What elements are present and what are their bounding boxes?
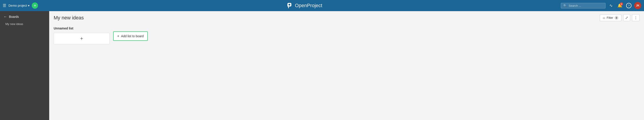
notifications-button[interactable]: 🔔 1: [616, 2, 624, 9]
add-button[interactable]: +: [32, 2, 38, 9]
add-list-label: Add list to board: [121, 34, 144, 38]
help-button[interactable]: ?: [625, 2, 632, 9]
board-content: Unnamed list + + Add list to board: [49, 23, 644, 120]
filter-label: Filter: [607, 16, 613, 19]
sidebar-item-label: My new ideas: [5, 22, 23, 26]
project-name-label: Demo project: [8, 4, 27, 7]
content-actions: ⚏ Filter 0 ⤢ ⋮: [600, 14, 640, 21]
add-list-wrapper: + Add list to board: [113, 26, 148, 41]
board-list-0: Unnamed list +: [54, 26, 110, 44]
top-header: ☰ Demo project ▾ + OpenProject 🔍 Search …: [0, 0, 644, 11]
search-box[interactable]: 🔍 Search ...: [561, 3, 606, 8]
more-options-button[interactable]: ⋮: [632, 14, 640, 21]
board-list-header-0: Unnamed list: [54, 26, 110, 31]
search-icon: 🔍: [563, 4, 567, 7]
logo-text: OpenProject: [295, 3, 322, 8]
help-icon: ?: [626, 3, 632, 8]
add-list-plus-icon: +: [117, 34, 119, 38]
back-arrow-icon: ←: [4, 15, 7, 19]
app-logo: OpenProject: [286, 3, 322, 8]
header-left: ☰ Demo project ▾ +: [3, 2, 52, 9]
more-icon: ⋮: [634, 16, 638, 20]
board-list-body-0[interactable]: +: [54, 33, 110, 44]
main-layout: ← Boards My new ideas My new ideas ⚏ Fil…: [0, 11, 644, 120]
project-selector[interactable]: Demo project ▾: [8, 4, 30, 7]
project-dropdown-icon: ▾: [28, 4, 30, 7]
content-header: My new ideas ⚏ Filter 0 ⤢ ⋮: [49, 11, 644, 23]
sidebar-back-button[interactable]: ← Boards: [0, 13, 49, 20]
user-avatar[interactable]: JK: [634, 2, 641, 9]
hamburger-icon[interactable]: ☰: [3, 3, 6, 8]
filter-icon: ⚏: [603, 16, 605, 19]
notification-badge: 1: [620, 2, 623, 5]
content-area: My new ideas ⚏ Filter 0 ⤢ ⋮ Unnamed list: [49, 11, 644, 120]
search-placeholder: Search ...: [569, 4, 581, 7]
boards-label: Boards: [9, 15, 19, 18]
page-title: My new ideas: [54, 15, 84, 21]
grid-menu-button[interactable]: ∿: [607, 2, 614, 9]
sidebar: ← Boards My new ideas: [0, 11, 49, 120]
expand-icon: ⤢: [625, 16, 628, 20]
grid-icon: ∿: [609, 3, 613, 8]
header-center: OpenProject: [52, 3, 556, 8]
expand-button[interactable]: ⤢: [623, 14, 630, 21]
filter-count: 0: [614, 16, 618, 20]
add-card-icon: +: [78, 33, 86, 44]
sidebar-item-my-new-ideas[interactable]: My new ideas: [0, 20, 49, 27]
add-list-to-board-button[interactable]: + Add list to board: [113, 31, 148, 41]
filter-button[interactable]: ⚏ Filter 0: [600, 14, 622, 21]
logo-icon: [286, 3, 293, 8]
svg-point-0: [288, 4, 290, 5]
header-right: 🔍 Search ... ∿ 🔔 1 ? JK: [556, 2, 641, 9]
